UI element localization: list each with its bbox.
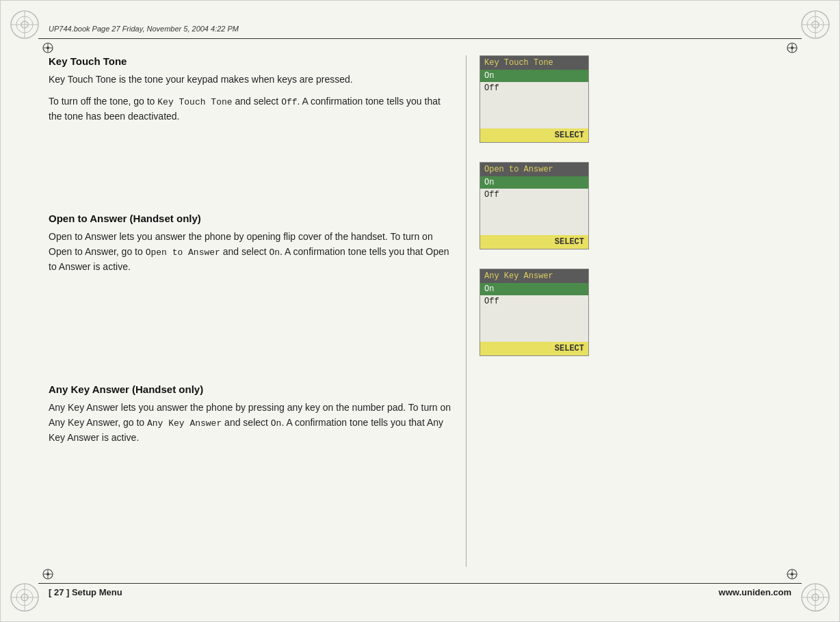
section-para-3-1: Any Key Answer lets you answer the phone… [49,401,452,446]
section-title-2: Open to Answer (Handset only) [49,213,452,224]
screen-3-item: Off [480,295,588,308]
section-body-1: Key Touch Tone is the tone your keypad m… [49,72,452,124]
phone-screen-3: Any Key Answer On Off SELECT [480,269,589,356]
screen-1-selected: On [480,70,588,82]
section-para-1-1: Key Touch Tone is the tone your keypad m… [49,72,452,87]
screen-2-select: SELECT [480,235,588,249]
screen-3-spacer [480,308,588,342]
section-body-2: Open to Answer lets you answer the phone… [49,230,452,275]
section-title-3: Any Key Answer (Handset only) [49,383,452,395]
crosshair-bl [40,567,55,582]
code-3-1: Any Key Answer [147,418,222,429]
crosshair-tr [785,40,800,55]
left-content: Key Touch Tone Key Touch Tone is the ton… [49,55,452,567]
screen-2-title: Open to Answer [480,163,588,176]
footer-left: [ 27 ] Setup Menu [49,587,122,597]
top-border [38,38,802,39]
screen-3-title: Any Key Answer [480,269,588,283]
section-open-to-answer: Open to Answer (Handset only) Open to An… [49,213,452,282]
section-para-1-2: To turn off the tone, go to Key Touch To… [49,94,452,124]
screen-1-select: SELECT [480,129,588,142]
corner-decoration-tl [4,4,45,45]
screen-2-spacer [480,201,588,235]
phone-screen-2: Open to Answer On Off SELECT [480,162,589,249]
section-any-key-answer: Any Key Answer (Handset only) Any Key An… [49,383,452,452]
code-3-2: On [271,418,282,429]
section-title-1: Key Touch Tone [49,55,452,67]
footer-right: www.uniden.com [719,587,791,597]
screen-3-select: SELECT [480,342,588,355]
screen-1-title: Key Touch Tone [480,56,588,70]
screen-2-selected: On [480,176,588,189]
section-key-touch-tone: Key Touch Tone Key Touch Tone is the ton… [49,55,452,131]
right-content: Key Touch Tone On Off SELECT Open to Ans… [480,55,637,567]
code-1-1: Key Touch Tone [157,97,232,107]
section-para-2-1: Open to Answer lets you answer the phone… [49,230,452,275]
page: UP744.book Page 27 Friday, November 5, 2… [0,0,840,622]
bottom-border [38,583,802,584]
phone-screen-1: Key Touch Tone On Off SELECT [480,55,589,143]
screen-1-item: Off [480,82,588,94]
section-body-3: Any Key Answer lets you answer the phone… [49,401,452,446]
code-2-1: Open to Answer [146,247,220,258]
screen-2-item: Off [480,189,588,201]
code-2-2: On [269,247,280,258]
crosshair-tl [40,40,55,55]
corner-decoration-tr [795,4,836,45]
vertical-divider [466,55,467,567]
header-text: UP744.book Page 27 Friday, November 5, 2… [49,25,239,33]
code-1-2: Off [281,97,297,107]
screen-3-selected: On [480,283,588,295]
screen-1-spacer [480,94,588,129]
crosshair-br [785,567,800,582]
